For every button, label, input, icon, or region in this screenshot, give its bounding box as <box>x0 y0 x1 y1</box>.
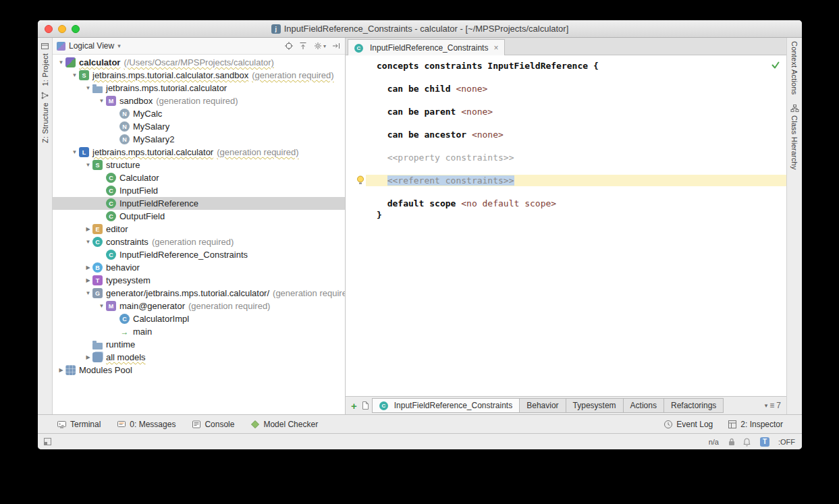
chevron-expanded-icon[interactable]: ▼ <box>97 98 106 104</box>
toolwindow-toggle-icon[interactable] <box>43 437 52 446</box>
toolbar-item-event-log[interactable]: Event Log <box>664 420 713 429</box>
toolwindow-button-class-hierarchy[interactable]: Class Hierarchy <box>790 104 799 170</box>
toolbar-item-label: Event Log <box>676 420 713 429</box>
aspect-tab-inputfieldreference-constraints[interactable]: CInputFieldReference_Constraints <box>372 398 520 413</box>
tree-row[interactable]: ▼Mmain@generator(generation required) <box>53 300 345 312</box>
code-line[interactable]: <<referent constraints>> <box>346 175 786 186</box>
tree-row[interactable]: CInputFieldReference <box>53 197 345 210</box>
chevron-collapsed-icon[interactable]: ▶ <box>84 264 92 271</box>
tree-row[interactable]: NMySalary2 <box>53 133 345 146</box>
notifications-icon[interactable] <box>742 437 751 447</box>
toolwindow-button-z-structure[interactable]: Z: Structure <box>40 91 49 143</box>
chevron-collapsed-icon[interactable]: ▶ <box>84 354 92 360</box>
tree-row[interactable]: COutputField <box>53 210 345 223</box>
chevron-expanded-icon[interactable]: ▼ <box>97 303 106 309</box>
chevron-expanded-icon[interactable]: ▼ <box>84 162 92 168</box>
aspect-tab-actions[interactable]: Actions <box>623 398 664 413</box>
tree-row[interactable]: ▼jetbrains.mps.tutorial.calculator <box>53 82 345 94</box>
tree-row[interactable]: CInputFieldReference_Constraints <box>53 248 345 261</box>
tree-row[interactable]: CCalculatorImpl <box>53 312 345 325</box>
toolbar-item-model-checker[interactable]: Model Checker <box>250 420 318 429</box>
titlebar[interactable]: InputFieldReference_Constraints - calcul… <box>38 20 802 38</box>
readonly-lock-icon[interactable] <box>728 437 736 447</box>
tree-row[interactable]: runtime <box>53 338 345 351</box>
code-line[interactable] <box>346 94 786 106</box>
code-text: <<property constraints>> <box>366 152 786 163</box>
tree-row[interactable]: CInputField <box>53 184 345 197</box>
chevron-collapsed-icon[interactable]: ▶ <box>84 277 92 283</box>
toolbar-item-2-inspector[interactable]: 2: Inspector <box>728 420 783 429</box>
toolwindow-button-context-actions[interactable]: Context Actions <box>790 41 799 94</box>
chevron-expanded-icon[interactable]: ▼ <box>70 149 79 155</box>
toolbar-item-console[interactable]: Console <box>192 420 234 429</box>
chevron-expanded-icon[interactable]: ▼ <box>84 290 92 296</box>
aspect-tab-behavior[interactable]: Behavior <box>519 398 566 413</box>
tree-row[interactable]: NMySalary <box>53 120 345 133</box>
chevron-expanded-icon[interactable]: ▼ <box>84 239 92 245</box>
tree-item-annotation: (generation required) <box>252 70 333 80</box>
code-line[interactable]: <<property constraints>> <box>346 152 786 163</box>
chevron-expanded-icon[interactable]: ▼ <box>57 59 65 65</box>
toolwindow-button-1-project[interactable]: 1: Project <box>40 42 49 86</box>
code-line[interactable]: can be parent <none> <box>346 106 786 117</box>
hide-icon[interactable] <box>331 41 341 51</box>
code-line[interactable] <box>346 72 786 83</box>
aspect-tab-typesystem[interactable]: Typesystem <box>566 398 624 413</box>
toggle-badge[interactable]: T <box>760 437 769 447</box>
close-icon[interactable]: × <box>493 43 498 53</box>
tree-row[interactable]: ▼Ljetbrains.mps.tutorial.calculator(gene… <box>53 146 345 159</box>
code-line[interactable]: default scope <no default scope> <box>346 198 786 209</box>
code-text: can be ancestor <none> <box>366 129 786 140</box>
tree-row[interactable]: →main <box>53 325 345 338</box>
code-line[interactable] <box>346 117 786 129</box>
tree-row[interactable]: ▶Ttypesystem <box>53 274 345 287</box>
inspector-icon <box>728 420 737 429</box>
chevron-expanded-icon[interactable]: ▼ <box>84 85 92 91</box>
project-icon <box>40 42 49 51</box>
code-line[interactable]: concepts constraints InputFieldReference… <box>346 60 786 72</box>
tree-row[interactable]: ▼Msandbox(generation required) <box>53 94 345 107</box>
toolwindow-button-label: Class Hierarchy <box>790 115 799 170</box>
tree-row[interactable]: NMyCalc <box>53 107 345 120</box>
node-page-icon[interactable] <box>361 401 369 410</box>
tree-row[interactable]: ▼Sstructure <box>53 159 345 171</box>
chevron-down-icon[interactable]: ▾ <box>117 43 121 49</box>
chevron-collapsed-icon[interactable]: ▶ <box>57 367 65 373</box>
editor[interactable]: concepts constraints InputFieldReference… <box>346 55 786 396</box>
tree-row[interactable]: ▼calculator(/Users/Oscar/MPSProjects/cal… <box>53 56 345 69</box>
editor-tab[interactable]: C InputFieldReference_Constraints × <box>348 39 505 55</box>
close-button[interactable] <box>45 25 53 33</box>
tree-row[interactable]: ▼Cconstraints(generation required) <box>53 235 345 248</box>
add-aspect-button[interactable]: + <box>351 400 357 412</box>
tree-row[interactable]: ▼Sjetbrains.mps.tutorial.calculator.sand… <box>53 69 345 82</box>
toolbar-item-0-messages[interactable]: 0: Messages <box>117 420 175 429</box>
tree-row[interactable]: ▼Ggenerator/jetbrains.mps.tutorial.calcu… <box>53 287 345 300</box>
toolbar-item-terminal[interactable]: Terminal <box>57 420 101 429</box>
editor-gutter <box>346 106 366 117</box>
code-line[interactable]: can be child <none> <box>346 83 786 94</box>
code-line[interactable] <box>346 140 786 152</box>
code-line[interactable]: can be ancestor <none> <box>346 129 786 140</box>
aspect-tab-refactorings[interactable]: Refactorings <box>664 398 724 413</box>
code-line[interactable]: } <box>346 209 786 221</box>
view-selector[interactable]: Logical View <box>69 41 114 51</box>
collapse-all-icon[interactable] <box>298 41 308 51</box>
settings-gear-icon[interactable]: ▾ <box>313 40 327 51</box>
code-text <box>366 163 786 175</box>
tree-row[interactable]: ▶all models <box>53 351 345 364</box>
tree-row[interactable]: ▶Bbehavior <box>53 261 345 274</box>
code-line[interactable] <box>346 186 786 198</box>
tree-row[interactable]: CCalculator <box>53 171 345 184</box>
minimize-button[interactable] <box>58 25 66 33</box>
code-line[interactable] <box>346 163 786 175</box>
tree-row[interactable]: ▶Modules Pool <box>53 364 345 376</box>
intention-bulb-icon <box>356 175 364 185</box>
aspect-tab-label: Actions <box>630 401 657 410</box>
locate-icon[interactable] <box>284 41 294 51</box>
project-tree: ▼calculator(/Users/Oscar/MPSProjects/cal… <box>53 55 345 414</box>
tree-row[interactable]: ▶Eeditor <box>53 223 345 235</box>
chevron-collapsed-icon[interactable]: ▶ <box>84 226 92 232</box>
zoom-button[interactable] <box>72 25 80 33</box>
chevron-expanded-icon[interactable]: ▼ <box>70 72 79 78</box>
hidden-tabs-dropdown[interactable]: ▾≡7 <box>765 401 781 410</box>
